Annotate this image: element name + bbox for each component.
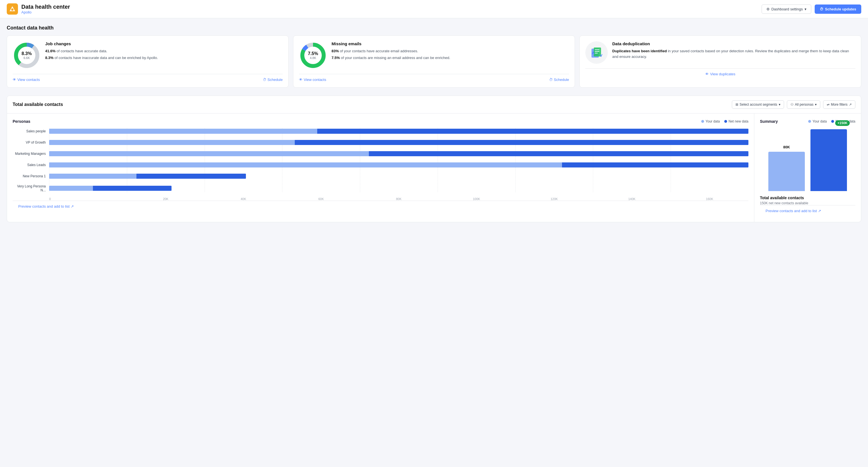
schedule-updates-button[interactable]: ⏱ Schedule updates: [815, 4, 861, 14]
total-body: Personas Your data Net new data: [7, 114, 861, 222]
eye-icon: 👁: [299, 78, 303, 82]
summary-preview-contacts-link[interactable]: Preview contacts and add to list ↗: [766, 209, 850, 213]
summary-panel: Summary Your data Net new data: [754, 114, 861, 222]
gear-icon: ⚙: [766, 7, 770, 11]
header-right: ⚙ Dashboard settings ▾ ⏱ Schedule update…: [762, 4, 861, 14]
header-titles: Data health center Apollo: [21, 4, 70, 14]
total-contacts-section: Total available contacts ⊞ Select accoun…: [7, 95, 861, 222]
missing-emails-donut: 7.5% 4.8K: [299, 41, 327, 69]
your-data-segment: [49, 186, 93, 191]
missing-emails-view-contacts[interactable]: 👁 View contacts: [299, 78, 326, 82]
x-tick: 0: [49, 197, 127, 201]
job-changes-percent: 8.3%: [22, 51, 32, 56]
chevron-down-icon: ▾: [805, 7, 807, 11]
chevron-down-icon: ▾: [779, 103, 780, 107]
personas-icon: ⚇: [790, 103, 794, 107]
summary-total-title: Total available contacts: [760, 196, 856, 200]
clock-icon: ⏱: [263, 78, 267, 82]
contact-health-title: Contact data health: [7, 25, 861, 31]
dashboard-settings-button[interactable]: ⚙ Dashboard settings ▾: [762, 4, 811, 14]
your-data-segment: [49, 174, 136, 179]
summary-your-data-dot: [808, 120, 811, 123]
bar-group: [49, 173, 748, 179]
summary-title: Summary: [760, 119, 778, 124]
net-new-segment: [317, 129, 748, 134]
net-new-segment: [369, 151, 748, 156]
eye-icon: 👁: [12, 78, 16, 82]
bar-label: VP of Growth: [12, 141, 49, 144]
x-tick: 140K: [593, 197, 671, 201]
bar-label: New Persona 1: [12, 174, 49, 178]
job-changes-card: 8.3% 6.6K Job changes 41.6% of contacts …: [7, 35, 288, 88]
summary-info: Total available contacts 150K net new co…: [760, 196, 856, 205]
missing-emails-schedule[interactable]: ⏱ Schedule: [549, 78, 569, 82]
job-changes-schedule[interactable]: ⏱ Schedule: [263, 78, 283, 82]
bar-group: [49, 162, 748, 168]
more-filters-button[interactable]: ⇌ More filters ↗: [823, 100, 856, 109]
x-tick: 40K: [205, 197, 282, 201]
bar-row: VP of Growth: [12, 139, 748, 146]
summary-legend-your-data: Your data: [808, 119, 827, 123]
summary-net-new-dot: [831, 120, 834, 123]
chart-legend: Your data Net new data: [701, 119, 748, 123]
preview-contacts-link[interactable]: Preview contacts and add to list ↗: [18, 204, 743, 208]
bar-row: New Persona 1: [12, 173, 748, 179]
summary-chart: 80K +150K: [760, 129, 856, 191]
job-changes-donut: 8.3% 6.6K: [12, 41, 41, 69]
legend-net-new: Net new data: [724, 119, 748, 123]
job-changes-line1: 41.6% of contacts have accurate data.: [45, 48, 158, 54]
job-changes-title: Job changes: [45, 41, 158, 46]
x-tick: 80K: [360, 197, 438, 201]
health-cards: 8.3% 6.6K Job changes 41.6% of contacts …: [7, 35, 861, 88]
deduplication-card: Data deduplication Duplicates have been …: [580, 35, 861, 88]
your-data-segment: [49, 163, 562, 168]
your-data-bar: [768, 152, 805, 191]
filter-icon: ⇌: [827, 103, 830, 107]
summary-total-desc: 150K net new contacts available: [760, 201, 856, 205]
eye-icon: 👁: [705, 72, 709, 76]
external-link-icon: ↗: [849, 103, 852, 107]
bar-group: [49, 128, 748, 134]
summary-footer: Preview contacts and add to list ↗: [760, 205, 856, 216]
total-header: Total available contacts ⊞ Select accoun…: [7, 96, 861, 114]
app-subtitle: Apollo: [21, 10, 70, 14]
personas-chart-area: Personas Your data Net new data: [7, 114, 754, 222]
net-new-segment: [295, 140, 748, 145]
chevron-down-icon: ▾: [815, 103, 817, 107]
header: Data health center Apollo ⚙ Dashboard se…: [0, 0, 868, 18]
net-new-bar: [810, 129, 847, 191]
legend-your-data: Your data: [701, 119, 720, 123]
missing-emails-percent: 7.5%: [308, 51, 318, 56]
segments-icon: ⊞: [736, 103, 738, 107]
x-tick: 60K: [282, 197, 360, 201]
x-tick: 120K: [516, 197, 593, 201]
filter-group: ⊞ Select account segments ▾ ⚇ All person…: [732, 100, 856, 109]
view-duplicates-link[interactable]: 👁 View duplicates: [705, 72, 735, 76]
job-changes-count: 6.6K: [22, 56, 32, 60]
missing-emails-line2: 7.5% of your contacts are missing an ema…: [332, 55, 450, 61]
missing-emails-card: 7.5% 4.8K Missing emails 83% of your con…: [293, 35, 575, 88]
net-new-segment: [93, 186, 172, 191]
svg-rect-11: [594, 48, 601, 57]
bar-group: [49, 185, 748, 192]
net-new-segment: [562, 163, 748, 168]
select-segments-button[interactable]: ⊞ Select account segments ▾: [732, 100, 784, 109]
missing-emails-line1: 83% of your contacts have accurate email…: [332, 48, 450, 54]
personas-chart-title: Personas: [12, 119, 30, 124]
external-link-icon: ↗: [71, 204, 74, 208]
bar-row: Marketing Managers: [12, 151, 748, 157]
dedup-desc: Duplicates have been identified in your …: [612, 48, 856, 59]
all-personas-button[interactable]: ⚇ All personas ▾: [787, 100, 820, 109]
clock-icon: ⏱: [820, 7, 824, 11]
your-data-segment: [49, 140, 295, 145]
select-segments-label: Select account segments: [740, 103, 777, 107]
dashboard-settings-label: Dashboard settings: [771, 7, 803, 11]
job-changes-view-contacts[interactable]: 👁 View contacts: [12, 78, 40, 82]
missing-emails-count: 4.8K: [308, 56, 318, 60]
dedup-title: Data deduplication: [612, 41, 856, 46]
bar-chart: Sales peopleVP of GrowthMarketing Manage…: [12, 128, 748, 192]
clock-icon: ⏱: [549, 78, 553, 82]
net-new-dot: [724, 120, 727, 123]
x-axis: 020K40K60K80K100K120K140K160K: [12, 197, 748, 201]
header-left: Data health center Apollo: [7, 3, 70, 14]
